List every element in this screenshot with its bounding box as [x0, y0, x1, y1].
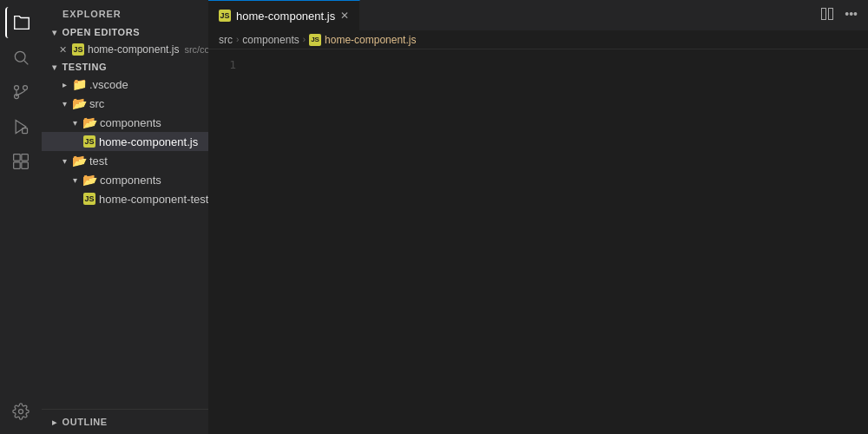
home-component-test-js-icon: JS — [83, 193, 95, 205]
outline-chevron: ▸ — [52, 418, 57, 427]
test-folder-item[interactable]: ▾ 📂 test — [42, 151, 208, 170]
test-folder-label: test — [89, 155, 108, 168]
home-component-label: home-component.js — [99, 135, 198, 148]
vscode-chevron: ▸ — [62, 80, 67, 89]
sidebar: EXPLORER ▾ OPEN EDITORS ✕ JS home-compon… — [42, 0, 208, 434]
home-component-js-icon: JS — [83, 135, 95, 148]
svg-point-0 — [15, 51, 25, 62]
breadcrumb-sep-1: › — [236, 35, 239, 44]
test-components-chevron: ▾ — [73, 175, 77, 185]
testing-section[interactable]: ▾ TESTING — [42, 59, 208, 75]
editor-content[interactable]: 1 | — [208, 49, 868, 434]
components-chevron: ▾ — [73, 118, 77, 128]
outline-section[interactable]: ▸ OUTLINE — [42, 413, 208, 431]
test-folder-icon: 📂 — [72, 154, 86, 168]
activity-bar — [0, 0, 42, 434]
vscode-folder-label: .vscode — [89, 78, 128, 91]
open-editors-label: OPEN EDITORS — [62, 27, 141, 37]
more-actions-button[interactable]: ••• — [841, 3, 861, 27]
svg-marker-5 — [16, 121, 26, 134]
tab-close-button[interactable]: ✕ — [340, 10, 349, 22]
line-numbers: 1 — [208, 49, 243, 434]
open-editors-section[interactable]: ▾ OPEN EDITORS — [42, 24, 208, 40]
sidebar-title: EXPLORER — [42, 0, 208, 24]
explorer-icon[interactable] — [5, 7, 36, 38]
svg-point-2 — [15, 86, 19, 90]
open-editor-path: src/com... — [184, 44, 208, 55]
breadcrumb: src › components › JS home-component.js — [208, 30, 868, 49]
src-folder-icon: 📂 — [72, 96, 86, 110]
src-chevron: ▾ — [62, 99, 67, 108]
test-components-folder-label: components — [100, 174, 161, 187]
vscode-folder-icon: 📁 — [72, 77, 86, 91]
editor-code-area[interactable] — [243, 49, 868, 434]
breadcrumb-components[interactable]: components — [242, 34, 299, 46]
home-component-file-item[interactable]: JS home-component.js — [42, 132, 208, 151]
search-icon[interactable] — [5, 42, 36, 73]
tab-bar: JS home-component.js ✕ ••• — [208, 0, 868, 30]
svg-rect-10 — [22, 162, 29, 169]
outline-label: OUTLINE — [62, 417, 108, 427]
svg-rect-9 — [14, 162, 21, 169]
js-file-icon: JS — [72, 43, 84, 56]
main-editor-area: JS home-component.js ✕ ••• src › compone… — [208, 0, 868, 434]
testing-chevron: ▾ — [52, 62, 57, 72]
tab-js-icon: JS — [219, 10, 231, 22]
close-editor-icon[interactable]: ✕ — [59, 44, 67, 56]
svg-point-3 — [23, 86, 28, 90]
test-chevron: ▾ — [62, 156, 67, 166]
tab-filename: home-component.js — [236, 10, 335, 23]
breadcrumb-file-icon: JS — [309, 34, 321, 46]
components-folder-label: components — [100, 116, 161, 129]
open-editor-item[interactable]: ✕ JS home-component.js src/com... — [42, 40, 208, 59]
components-folder-icon: 📂 — [82, 115, 96, 129]
svg-line-1 — [24, 61, 29, 65]
source-control-icon[interactable] — [5, 76, 36, 108]
open-editor-filename: home-component.js — [88, 43, 179, 56]
breadcrumb-filename[interactable]: home-component.js — [325, 34, 416, 46]
extensions-icon[interactable] — [5, 146, 36, 177]
home-component-test-label: home-component-test.js — [99, 193, 208, 206]
run-debug-icon[interactable] — [5, 111, 36, 142]
open-editors-chevron: ▾ — [52, 28, 57, 37]
test-components-folder-icon: 📂 — [82, 173, 96, 187]
test-components-folder-item[interactable]: ▾ 📂 components — [42, 170, 208, 189]
active-tab[interactable]: JS home-component.js ✕ — [208, 0, 360, 30]
svg-rect-7 — [14, 155, 21, 161]
tab-bar-actions: ••• — [817, 3, 868, 27]
settings-icon[interactable] — [5, 396, 36, 427]
src-folder-item[interactable]: ▾ 📂 src — [42, 94, 208, 113]
breadcrumb-sep-2: › — [303, 35, 306, 44]
components-folder-item[interactable]: ▾ 📂 components — [42, 113, 208, 132]
testing-label: TESTING — [62, 62, 108, 72]
line-number-1: 1 — [208, 56, 236, 73]
vscode-folder-item[interactable]: ▸ 📁 .vscode — [42, 75, 208, 94]
svg-rect-8 — [22, 155, 29, 161]
split-editor-button[interactable] — [817, 3, 838, 27]
home-component-test-file-item[interactable]: JS home-component-test.js — [42, 189, 208, 208]
svg-point-11 — [19, 410, 23, 414]
src-folder-label: src — [89, 97, 104, 110]
breadcrumb-src[interactable]: src — [219, 34, 233, 46]
